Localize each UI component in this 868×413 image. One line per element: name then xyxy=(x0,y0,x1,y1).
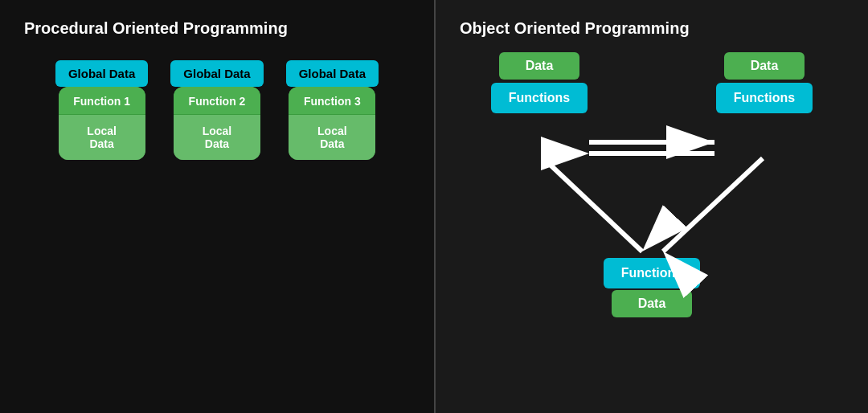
function-1-label: Function 1 xyxy=(59,87,145,115)
global-data-1: Global Data xyxy=(55,60,148,87)
procedural-panel: Procedural Oriented Programming Global D… xyxy=(0,0,434,413)
oop-object-3: Functions Data xyxy=(604,256,700,317)
func-box-3: Function 3 LocalData xyxy=(289,87,375,160)
oop-layout: Data Functions Data Functions Functions … xyxy=(467,52,837,317)
global-data-3: Global Data xyxy=(286,60,379,87)
func-box-2: Function 2 LocalData xyxy=(174,87,260,160)
procedural-title: Procedural Oriented Programming xyxy=(16,19,288,38)
svg-line-6 xyxy=(663,158,763,251)
oop-functions-3: Functions xyxy=(604,258,700,288)
global-data-2: Global Data xyxy=(170,60,263,87)
function-3-label: Function 3 xyxy=(289,87,375,115)
oop-data-1: Data xyxy=(499,52,579,80)
function-2-label: Function 2 xyxy=(174,87,260,115)
svg-line-5 xyxy=(543,158,642,251)
local-data-1: LocalData xyxy=(59,115,145,160)
proc-column-2: Global Data Function 2 LocalData xyxy=(170,60,263,160)
oop-object-2: Data Functions xyxy=(716,52,813,113)
func-box-1: Function 1 LocalData xyxy=(59,87,145,160)
oop-data-2: Data xyxy=(724,52,805,80)
proc-column-1: Global Data Function 1 LocalData xyxy=(55,60,148,160)
oop-data-3: Data xyxy=(612,290,692,317)
local-data-2: LocalData xyxy=(174,115,260,160)
oop-title: Object Oriented Programming xyxy=(452,19,690,38)
oop-object-1: Data Functions xyxy=(491,52,588,113)
proc-column-3: Global Data Function 3 LocalData xyxy=(286,60,379,160)
oop-functions-1: Functions xyxy=(491,83,588,113)
local-data-3: LocalData xyxy=(289,115,375,160)
oop-functions-2: Functions xyxy=(716,83,813,113)
oop-panel: Object Oriented Programming Data Functio… xyxy=(434,0,868,413)
procedural-content: Global Data Function 1 LocalData Global … xyxy=(55,60,379,160)
